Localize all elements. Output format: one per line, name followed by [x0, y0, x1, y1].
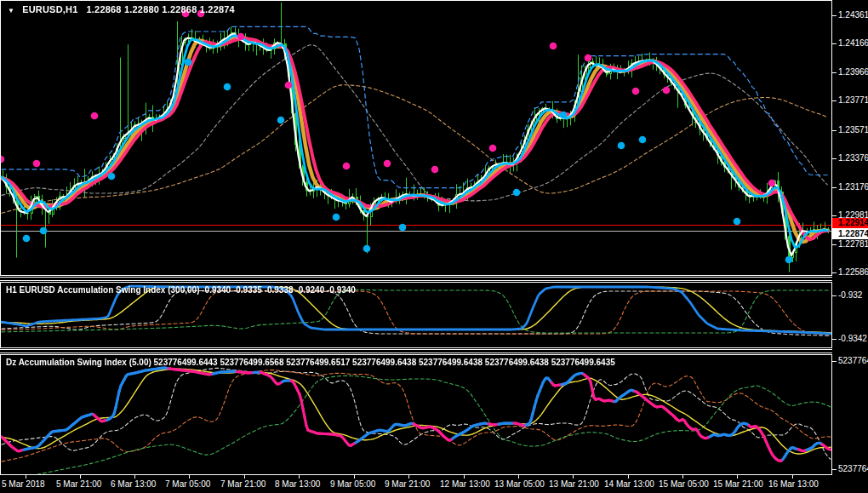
tick-mark [832, 100, 837, 101]
time-tick-mark [80, 475, 81, 479]
time-tick-mark [244, 475, 245, 479]
tick-mark [832, 469, 837, 470]
tick-mark [832, 361, 837, 362]
time-label: 12 Mar 13:00 [440, 479, 490, 489]
time-label: 13 Mar 05:00 [494, 479, 545, 489]
time-label: 6 Mar 13:00 [111, 479, 156, 489]
main-chart-canvas[interactable] [1, 1, 831, 275]
price-axis[interactable]: 1.22914 1.22874 1.243611.241661.239661.2… [832, 0, 868, 493]
time-tick-mark [464, 475, 465, 479]
time-tick-mark [26, 475, 26, 479]
time-label: 14 Mar 13:00 [604, 479, 654, 489]
time-label: 9 Mar 21:00 [385, 479, 430, 489]
chart-symbol-title: EURUSD,H1 [22, 4, 77, 14]
time-tick-mark [792, 475, 793, 479]
price-tick-label: -0.932 [832, 290, 862, 301]
tick-mark [832, 339, 837, 340]
price-tick-label: 52377649 [832, 356, 868, 366]
ask-price-badge: 1.22914 [832, 218, 868, 228]
tick-mark [832, 158, 837, 159]
price-tick-label: 1.23571 [832, 125, 868, 135]
time-tick-mark [628, 475, 629, 479]
time-tick-mark [518, 475, 519, 479]
price-tick-label: 1.22781 [832, 239, 868, 249]
time-tick-mark [134, 475, 135, 479]
chart-menu-icon[interactable]: ▼ [8, 7, 14, 14]
time-label: 7 Mar 05:00 [165, 479, 210, 489]
time-label: 16 Mar 13:00 [768, 479, 819, 489]
time-label: 9 Mar 05:00 [330, 479, 375, 489]
window-splitter[interactable] [0, 277, 868, 281]
time-axis[interactable]: 5 Mar 20185 Mar 21:006 Mar 13:007 Mar 05… [0, 475, 868, 493]
indicator2-title: Dz Accumulation Swing Index (5.00) 52377… [6, 358, 615, 367]
price-tick-label: 1.23176 [832, 182, 868, 192]
price-tick-label: 1.23966 [832, 67, 868, 77]
indicator2-panel[interactable]: Dz Accumulation Swing Index (5.00) 52377… [0, 354, 832, 475]
tick-mark [832, 272, 837, 273]
tick-mark [832, 187, 837, 188]
tick-mark [832, 244, 837, 245]
last-price-badge: 1.22874 [832, 228, 868, 239]
window-splitter[interactable] [0, 349, 868, 353]
time-label: 13 Mar 21:00 [549, 479, 599, 489]
time-label: 15 Mar 05:00 [659, 479, 709, 489]
price-tick-label: 1.24361 [832, 10, 868, 20]
indicator2-canvas[interactable] [1, 355, 831, 474]
chart-ohlc-values: 1.22868 1.22880 1.22868 1.22874 [87, 4, 235, 14]
time-label: 5 Mar 2018 [2, 479, 45, 489]
time-tick-mark [573, 475, 574, 479]
main-chart-panel[interactable]: ▼EURUSD,H11.22868 1.22880 1.22868 1.2287… [0, 0, 832, 276]
indicator1-title: H1 EURUSD Accumulation Swing Index (300,… [6, 285, 356, 295]
chart-header: ▼EURUSD,H11.22868 1.22880 1.22868 1.2287… [8, 4, 235, 14]
time-label: 8 Mar 13:00 [275, 479, 320, 489]
tick-mark [832, 295, 837, 296]
price-tick-label: 1.22586 [832, 267, 868, 278]
time-tick-mark [354, 475, 355, 479]
price-tick-label: 1.24166 [832, 38, 868, 49]
price-tick-label: -0.9342 [832, 334, 867, 344]
time-tick-mark [408, 475, 409, 479]
tick-mark [832, 15, 837, 16]
time-label: 15 Mar 21:00 [713, 479, 763, 489]
time-label: 7 Mar 21:00 [220, 479, 266, 489]
mt4-chart-window: ▼EURUSD,H11.22868 1.22880 1.22868 1.2287… [0, 0, 868, 493]
time-tick-mark [682, 475, 683, 479]
tick-mark [832, 215, 837, 216]
time-label: 5 Mar 21:00 [56, 479, 101, 489]
price-tick-label: 1.23771 [832, 95, 868, 106]
tick-mark [832, 130, 837, 131]
tick-mark [832, 43, 837, 44]
time-tick-mark [189, 475, 190, 479]
time-tick-mark [299, 475, 300, 479]
price-tick-label: 1.23376 [832, 153, 868, 163]
time-tick-mark [737, 475, 738, 479]
indicator1-panel[interactable]: H1 EURUSD Accumulation Swing Index (300,… [0, 282, 832, 348]
tick-mark [832, 72, 837, 73]
price-tick-label: 52377649 [832, 464, 868, 474]
